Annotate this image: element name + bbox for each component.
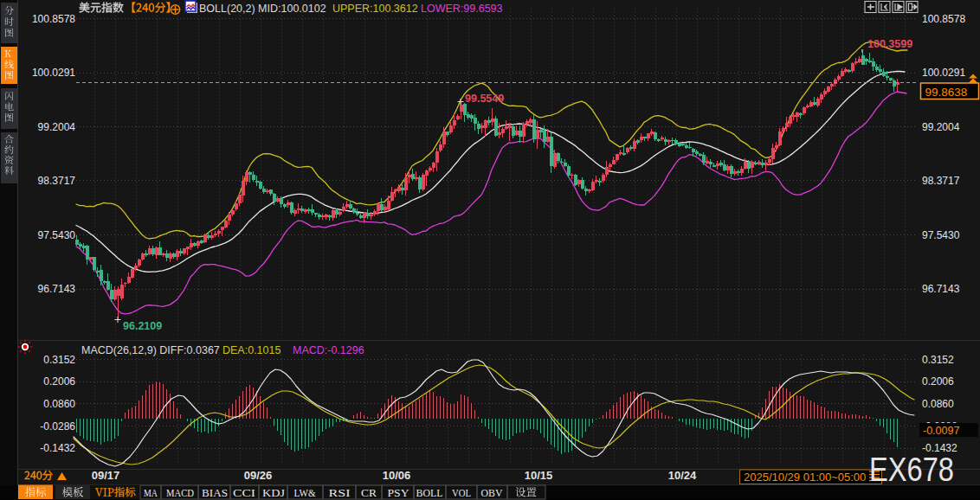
svg-text:LOWER:99.6593: LOWER:99.6593 (421, 3, 503, 15)
svg-text:DEA:0.1015: DEA:0.1015 (222, 344, 280, 356)
svg-text:-0.1432: -0.1432 (40, 442, 75, 454)
svg-text:EX678: EX678 (869, 452, 954, 488)
svg-text:100.3599: 100.3599 (867, 38, 912, 50)
svg-text:98.3717: 98.3717 (38, 175, 76, 187)
svg-text:10/06: 10/06 (383, 469, 411, 482)
svg-text:UPPER:100.3612: UPPER:100.3612 (332, 3, 418, 15)
svg-text:10/24: 10/24 (668, 469, 697, 482)
svg-text:0.2006: 0.2006 (922, 375, 954, 388)
svg-text:09/26: 09/26 (244, 469, 273, 482)
svg-text:99.2004: 99.2004 (38, 121, 76, 133)
svg-text:LW&: LW& (294, 487, 317, 499)
svg-text:97.5430: 97.5430 (922, 229, 960, 241)
svg-text:-0.0097: -0.0097 (923, 425, 959, 437)
svg-text:RSI: RSI (329, 487, 351, 499)
svg-text:BIAS: BIAS (202, 487, 228, 499)
svg-text:CR: CR (361, 487, 377, 499)
svg-text:100.0291: 100.0291 (922, 67, 965, 79)
svg-text:09/17: 09/17 (92, 469, 120, 482)
svg-text:MACD(26,12,9) DIFF:0.0367: MACD(26,12,9) DIFF:0.0367 (81, 344, 220, 356)
svg-text:10/15: 10/15 (525, 469, 553, 482)
svg-text:0.3152: 0.3152 (43, 354, 75, 366)
svg-text:0.0860: 0.0860 (43, 398, 75, 410)
svg-text:99.8638: 99.8638 (925, 86, 968, 99)
svg-text:2025/10/29 01:00~05:00: 2025/10/29 01:00~05:00 (744, 471, 866, 484)
svg-text:96.7143: 96.7143 (922, 283, 960, 295)
svg-text:96.7143: 96.7143 (38, 283, 76, 295)
svg-text:96.2109: 96.2109 (123, 320, 162, 332)
svg-text:0.0860: 0.0860 (922, 398, 954, 410)
svg-text:MACD:-0.1296: MACD:-0.1296 (293, 344, 364, 356)
svg-text:BOLL: BOLL (416, 487, 443, 499)
svg-text:MACD: MACD (166, 487, 194, 499)
svg-text:PSY: PSY (388, 487, 409, 499)
svg-text:99.2004: 99.2004 (922, 121, 960, 133)
svg-text:97.5430: 97.5430 (38, 229, 76, 241)
svg-text:100.8578: 100.8578 (32, 13, 75, 25)
svg-text:100.8578: 100.8578 (922, 13, 965, 25)
svg-text:KDJ: KDJ (262, 487, 285, 499)
svg-text:0.3152: 0.3152 (922, 354, 954, 366)
svg-text:VOL: VOL (452, 487, 471, 499)
svg-text:BOLL(20,2) MID:100.0102: BOLL(20,2) MID:100.0102 (199, 3, 326, 15)
svg-text:CCI: CCI (233, 487, 255, 499)
svg-text:100.0291: 100.0291 (32, 67, 75, 79)
svg-text:99.5549: 99.5549 (465, 93, 504, 105)
svg-text:98.3717: 98.3717 (922, 175, 960, 187)
svg-text:MA: MA (144, 487, 158, 499)
svg-text:0.2006: 0.2006 (43, 375, 75, 388)
svg-text:-0.0286: -0.0286 (40, 420, 75, 433)
svg-text:OBV: OBV (481, 487, 503, 499)
